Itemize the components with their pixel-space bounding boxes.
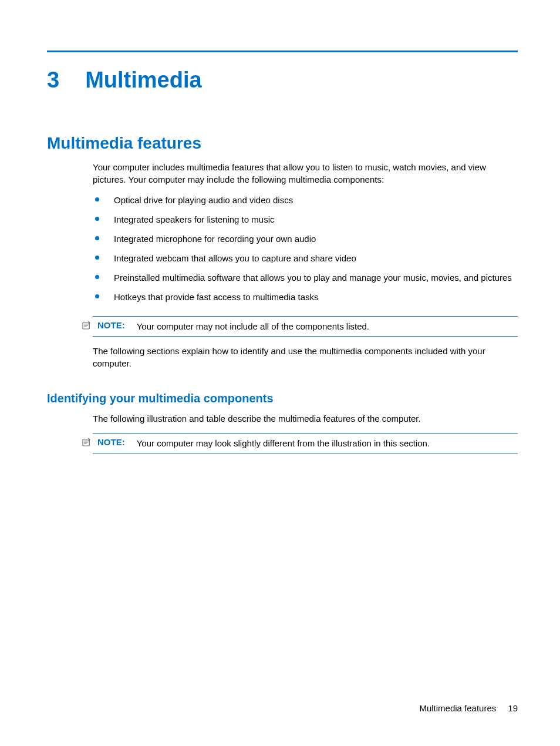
note-label: NOTE: [97, 320, 125, 330]
bullet-list: Optical drive for playing audio and vide… [93, 194, 518, 310]
list-item: Integrated webcam that allows you to cap… [93, 252, 518, 264]
note-box: NOTE: Your computer may look slightly di… [93, 433, 518, 453]
note-text: Your computer may look slightly differen… [137, 437, 430, 449]
section-heading: Multimedia features [47, 134, 518, 153]
subsection-heading: Identifying your multimedia components [47, 392, 518, 405]
list-item: Optical drive for playing audio and vide… [93, 194, 518, 206]
chapter-number: 3 [47, 68, 59, 93]
after-note-text: The following sections explain how to id… [93, 345, 518, 369]
page: 3 Multimedia Multimedia features Your co… [0, 0, 560, 746]
chapter-rule [47, 51, 518, 52]
page-footer: Multimedia features 19 [419, 703, 518, 713]
note-label: NOTE: [97, 437, 125, 447]
footer-page-number: 19 [508, 703, 518, 713]
footer-section-title: Multimedia features [419, 703, 496, 713]
list-item: Integrated microphone for recording your… [93, 233, 518, 245]
list-item: Hotkeys that provide fast access to mult… [93, 291, 518, 303]
list-item: Preinstalled multimedia software that al… [93, 271, 518, 284]
note-icon [81, 437, 92, 448]
section-intro: Your computer includes multimedia featur… [93, 161, 518, 186]
chapter-title: Multimedia [85, 68, 201, 93]
note-text: Your computer may not include all of the… [137, 320, 369, 332]
subsection-intro: The following illustration and table des… [93, 412, 518, 425]
list-item: Integrated speakers for listening to mus… [93, 213, 518, 226]
note-box: NOTE: Your computer may not include all … [93, 316, 518, 337]
note-icon [81, 320, 92, 331]
chapter-heading: 3 Multimedia [47, 68, 518, 93]
